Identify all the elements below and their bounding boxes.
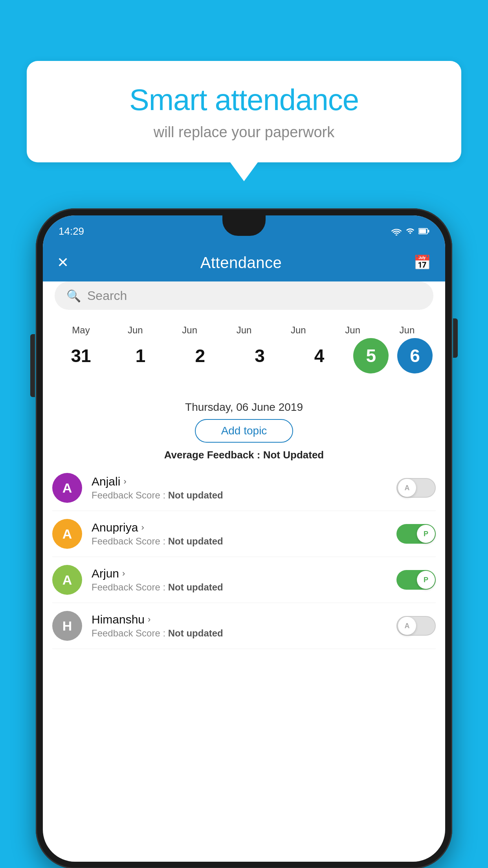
date-2[interactable]: 2 xyxy=(174,338,226,373)
avatar-anjali: A xyxy=(52,473,82,503)
toggle-anjali[interactable]: A xyxy=(396,478,436,498)
phone-screen: 14:29 ✕ Atten xyxy=(43,215,445,862)
student-info-anjali[interactable]: Anjali › Feedback Score : Not updated xyxy=(82,475,396,501)
svg-rect-1 xyxy=(419,229,426,234)
phone-outer: 14:29 ✕ Atten xyxy=(36,208,452,868)
student-feedback-anjali: Feedback Score : Not updated xyxy=(92,490,396,501)
calendar-strip: May Jun Jun Jun Jun Jun Jun 31 1 2 3 4 5… xyxy=(43,317,445,377)
date-6-selected[interactable]: 6 xyxy=(397,338,433,373)
student-row-anjali: A Anjali › Feedback Score : Not updated xyxy=(52,465,436,511)
toggle-knob-arjun: P xyxy=(417,571,435,589)
signal-icon xyxy=(406,227,415,235)
close-button[interactable]: ✕ xyxy=(57,254,69,271)
month-1: Jun xyxy=(110,325,161,336)
app-header: ✕ Attendance 📅 xyxy=(43,244,445,281)
toggle-knob-anjali: A xyxy=(398,479,416,497)
month-6: Jun xyxy=(382,325,433,336)
add-topic-button[interactable]: Add topic xyxy=(195,419,293,443)
search-bar[interactable]: 🔍 Search xyxy=(55,281,433,310)
avatar-anupriya: A xyxy=(52,519,82,549)
toggle-anupriya[interactable]: P xyxy=(396,524,436,544)
month-0: May xyxy=(55,325,106,336)
student-name-anjali: Anjali › xyxy=(92,475,396,488)
avatar-arjun: A xyxy=(52,565,82,595)
student-info-himanshu[interactable]: Himanshu › Feedback Score : Not updated xyxy=(82,613,396,639)
student-row-anupriya: A Anupriya › Feedback Score : Not update… xyxy=(52,511,436,557)
toggle-knob-anupriya: P xyxy=(417,525,435,543)
svg-rect-2 xyxy=(428,230,429,233)
student-feedback-anupriya: Feedback Score : Not updated xyxy=(92,536,396,547)
avg-feedback-value: Not Updated xyxy=(263,449,324,461)
date-3[interactable]: 3 xyxy=(234,338,285,373)
avatar-himanshu: H xyxy=(52,611,82,641)
battery-icon xyxy=(418,227,429,235)
month-5: Jun xyxy=(327,325,378,336)
month-4: Jun xyxy=(273,325,324,336)
speech-bubble-container: Smart attendance will replace your paper… xyxy=(27,61,461,162)
month-3: Jun xyxy=(218,325,270,336)
student-feedback-himanshu: Feedback Score : Not updated xyxy=(92,628,396,639)
toggle-knob-himanshu: A xyxy=(398,617,416,635)
avg-feedback-label: Average Feedback : xyxy=(164,449,261,461)
student-row-himanshu: H Himanshu › Feedback Score : Not update… xyxy=(52,603,436,649)
student-info-arjun[interactable]: Arjun › Feedback Score : Not updated xyxy=(82,567,396,593)
student-name-arjun: Arjun › xyxy=(92,567,396,580)
selected-date-text: Thursday, 06 June 2019 xyxy=(43,395,445,419)
notch xyxy=(222,215,266,236)
date-1[interactable]: 1 xyxy=(115,338,166,373)
header-title: Attendance xyxy=(200,254,282,272)
student-name-anupriya: Anupriya › xyxy=(92,521,396,534)
calendar-icon-button[interactable]: 📅 xyxy=(413,254,431,271)
chevron-icon-himanshu: › xyxy=(148,614,150,625)
chevron-icon-arjun: › xyxy=(122,568,125,579)
date-4[interactable]: 4 xyxy=(294,338,345,373)
search-icon: 🔍 xyxy=(66,289,81,303)
dates-row: 31 1 2 3 4 5 6 xyxy=(52,338,436,373)
date-5-today[interactable]: 5 xyxy=(353,338,389,373)
speech-bubble: Smart attendance will replace your paper… xyxy=(27,61,461,162)
status-icons xyxy=(391,227,429,235)
status-time: 14:29 xyxy=(59,225,84,237)
chevron-icon-anupriya: › xyxy=(141,522,144,533)
wifi-icon xyxy=(391,227,402,235)
search-placeholder: Search xyxy=(87,289,127,303)
student-list: A Anjali › Feedback Score : Not updated xyxy=(43,465,445,649)
toggle-arjun[interactable]: P xyxy=(396,570,436,590)
chevron-icon-anjali: › xyxy=(123,476,126,487)
toggle-himanshu[interactable]: A xyxy=(396,616,436,636)
bubble-subtitle: will replace your paperwork xyxy=(50,124,438,141)
bubble-title: Smart attendance xyxy=(50,83,438,117)
student-name-himanshu: Himanshu › xyxy=(92,613,396,626)
student-row-arjun: A Arjun › Feedback Score : Not updated xyxy=(52,557,436,603)
phone-wrapper: 14:29 ✕ Atten xyxy=(36,208,452,868)
content-area: Thursday, 06 June 2019 Add topic Average… xyxy=(43,395,445,862)
date-31[interactable]: 31 xyxy=(55,338,106,373)
months-row: May Jun Jun Jun Jun Jun Jun xyxy=(52,325,436,336)
student-feedback-arjun: Feedback Score : Not updated xyxy=(92,582,396,593)
avg-feedback: Average Feedback : Not Updated xyxy=(43,443,445,465)
month-2: Jun xyxy=(164,325,215,336)
student-info-anupriya[interactable]: Anupriya › Feedback Score : Not updated xyxy=(82,521,396,547)
